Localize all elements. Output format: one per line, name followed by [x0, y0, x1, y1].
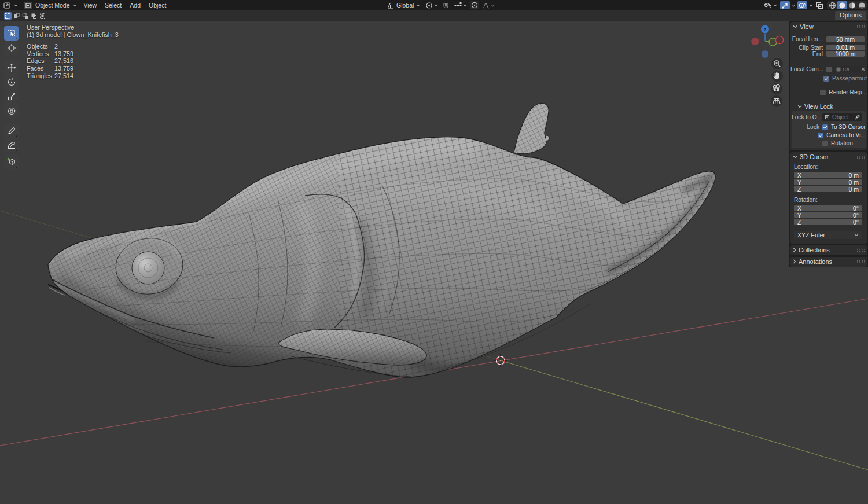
panel-3d-cursor: 3D Cursor Location: X0 m Y0 m Z0 m Rotat…: [790, 152, 867, 244]
visibility-icon: [763, 2, 772, 9]
zoom-button[interactable]: [771, 58, 783, 69]
proportional-editing-toggle[interactable]: [470, 1, 479, 9]
camera-data-icon: [836, 67, 841, 72]
panel-collections[interactable]: Collections: [790, 245, 867, 255]
stat-edges: Edges27,516: [27, 57, 119, 65]
cursor-rotation-z[interactable]: Z0°: [794, 219, 862, 225]
blender-window: Object Mode View Select Add Object Globa…: [0, 0, 868, 504]
3d-cursor: [494, 354, 507, 367]
viewport-info-overlay: User Perspective (1) 3d model | Clown_Kn…: [27, 24, 119, 79]
fish-model-wireframe[interactable]: [35, 93, 744, 417]
transform-orientation-dropdown[interactable]: Global: [384, 0, 422, 10]
gizmo-axis-x[interactable]: [775, 36, 783, 43]
editor-type-button[interactable]: [0, 0, 21, 10]
overlays-dropdown[interactable]: [808, 0, 814, 10]
tool-select-box[interactable]: [4, 26, 19, 41]
tool-rotate-icon: [7, 78, 16, 87]
menu-add[interactable]: Add: [126, 0, 145, 10]
tool-annotate[interactable]: [4, 123, 19, 138]
cursor-location-x[interactable]: X0 m: [794, 172, 862, 178]
panel-drag-grip[interactable]: [856, 248, 865, 252]
gizmo-axis-x-neg[interactable]: [751, 38, 759, 46]
lock-to-object-field[interactable]: Object: [822, 113, 862, 121]
cursor-location-z[interactable]: Z0 m: [794, 186, 862, 192]
orientation-icon: [387, 2, 394, 9]
cursor-location-y[interactable]: Y0 m: [794, 179, 862, 185]
tool-select-box-icon: [7, 29, 16, 38]
render-region-checkbox[interactable]: [820, 90, 826, 95]
select-mode-invert[interactable]: [30, 12, 38, 20]
passepartout-checkbox[interactable]: [823, 76, 829, 82]
stat-faces: Faces13,759: [27, 65, 119, 72]
camera-to-view-checkbox[interactable]: [818, 133, 823, 138]
tool-scale[interactable]: [4, 89, 19, 104]
lock-to-3d-cursor-checkbox[interactable]: [822, 124, 828, 130]
panel-view-header[interactable]: View: [790, 22, 867, 31]
proportional-falloff-dropdown[interactable]: [480, 0, 496, 10]
chevron-down-icon: [793, 248, 796, 252]
tool-transform[interactable]: [4, 104, 19, 118]
mode-dropdown[interactable]: Object Mode: [21, 0, 80, 10]
tool-cursor-icon: [7, 43, 16, 53]
menu-view[interactable]: View: [80, 0, 101, 10]
pivot-point-dropdown[interactable]: [424, 0, 440, 10]
tool-measure[interactable]: [4, 138, 19, 152]
select-mode-set[interactable]: [4, 12, 12, 20]
tool-move-icon: [7, 63, 16, 72]
camera-view-button[interactable]: [771, 83, 782, 94]
panel-drag-grip[interactable]: [856, 260, 865, 263]
options-button[interactable]: Options: [835, 11, 866, 20]
panel-drag-grip[interactable]: [856, 25, 865, 28]
shading-material-button[interactable]: [847, 1, 857, 9]
rotation-mode-dropdown[interactable]: XYZ Euler: [794, 231, 862, 239]
tool-move[interactable]: [4, 60, 19, 75]
object-mode-icon: [24, 2, 32, 9]
chevron-down-icon: [416, 4, 420, 7]
select-mode-extend[interactable]: [13, 12, 20, 20]
viewport-3d[interactable]: [0, 21, 868, 504]
select-mode-set-icon: [5, 13, 11, 19]
cursor-rotation-x[interactable]: X0°: [794, 205, 862, 211]
panel-view-lock-header[interactable]: View Lock: [795, 102, 867, 111]
clip-end-field[interactable]: 1000 m: [826, 51, 865, 57]
chevron-down-icon: [809, 4, 813, 7]
shading-rendered-button[interactable]: [857, 1, 867, 9]
menu-select[interactable]: Select: [101, 0, 126, 10]
sidebar: View Focal Len...50 mm Clip Start0.01 m …: [789, 21, 868, 267]
pan-button[interactable]: [771, 71, 783, 82]
chevron-down-icon: [854, 233, 859, 237]
lock-rotation-checkbox[interactable]: [822, 141, 828, 146]
eyedropper-icon[interactable]: [855, 115, 860, 120]
clip-start-field[interactable]: 0.01 m: [826, 45, 865, 50]
overlays-icon: [799, 2, 806, 9]
perspective-toggle-button[interactable]: [771, 95, 782, 107]
cursor-rotation-y[interactable]: Y0°: [794, 212, 862, 218]
select-mode-intersect[interactable]: [39, 12, 46, 20]
xray-toggle[interactable]: [815, 1, 825, 9]
show-gizmo-toggle[interactable]: [780, 1, 790, 9]
panel-3d-cursor-header[interactable]: 3D Cursor: [790, 152, 867, 161]
local-camera-object-field[interactable]: Ca...: [834, 66, 867, 72]
tool-add-cube[interactable]: [4, 154, 19, 169]
viewport-nav-buttons: [766, 52, 792, 110]
shading-solid-button[interactable]: [837, 1, 847, 9]
tool-add-cube-icon: [7, 157, 16, 167]
panel-drag-grip[interactable]: [856, 155, 865, 159]
clear-icon[interactable]: [861, 67, 865, 71]
tool-rotate[interactable]: [4, 75, 19, 89]
stat-vertices: Vertices13,759: [27, 50, 119, 58]
snap-target-dropdown[interactable]: [452, 0, 469, 10]
select-mode-subtract[interactable]: [21, 12, 29, 20]
shading-wireframe-button[interactable]: [827, 1, 837, 9]
snap-toggle[interactable]: [441, 0, 451, 10]
object-visibility-dropdown[interactable]: [762, 0, 779, 10]
gizmo-dropdown[interactable]: [791, 0, 796, 10]
chevron-down-icon: [793, 25, 797, 28]
tool-cursor[interactable]: [4, 41, 19, 55]
focal-length-field[interactable]: 50 mm: [826, 36, 865, 42]
local-camera-checkbox[interactable]: [826, 67, 832, 72]
panel-annotations[interactable]: Annotations: [790, 257, 867, 267]
menu-object[interactable]: Object: [145, 0, 170, 10]
show-overlays-toggle[interactable]: [797, 1, 807, 9]
chevron-down-icon: [491, 4, 495, 7]
